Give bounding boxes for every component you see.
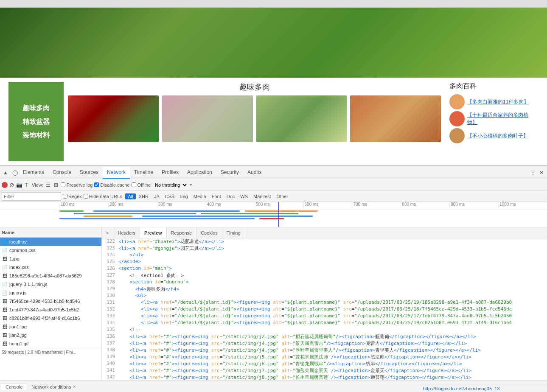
mark-800ms: 800 ms: [401, 202, 449, 209]
filter-doc[interactable]: Doc: [224, 193, 238, 199]
file-item-index-css[interactable]: 📄 index.css: [0, 263, 101, 272]
sidebar-line3: 装饰材料: [22, 129, 50, 142]
file-icon-js: 📄: [2, 281, 8, 287]
file-item-185e[interactable]: 🖼 185e8298-a9e1-4f34-a087-da6629: [0, 272, 101, 280]
file-item-7f5465[interactable]: 🖼 7f5465ce-429d-4533-b1b5-fcd546: [0, 297, 101, 305]
file-item-jquery[interactable]: 📄 jquery.js: [0, 288, 101, 297]
file-item-hong1[interactable]: 🖼 hong1.gif: [0, 339, 101, 348]
close-devtools-icon[interactable]: ✕: [538, 169, 545, 176]
mark-200ms: 200 ms: [108, 202, 157, 209]
filter-manifest[interactable]: Manifest: [251, 193, 274, 199]
code-line: 136 <li><a href="#"><figure><img src="/s…: [102, 333, 547, 340]
browser-top-bar: [0, 0, 547, 8]
tab-audits[interactable]: Audits: [243, 167, 266, 179]
line-content: <li><a href="#gongju">园艺工具</a></li>: [118, 245, 224, 252]
preserve-log-label[interactable]: Preserve log: [61, 182, 93, 188]
preview-tab-headers[interactable]: Headers: [113, 227, 140, 238]
line-content: <h4>趣味多肉</h4>: [118, 286, 179, 293]
right-item-1: 【多肉白而雅的11种多肉】: [449, 94, 534, 109]
filter-js[interactable]: JS: [151, 193, 162, 199]
url-bar: http://blog.csdn.net/zhoucheng05_13: [420, 385, 547, 392]
regex-label[interactable]: Regex: [63, 194, 82, 199]
camera-icon[interactable]: 📷: [16, 182, 22, 188]
device-icon[interactable]: ◯: [11, 169, 19, 176]
filter-icon[interactable]: ⊤: [24, 182, 28, 188]
file-item-jian1[interactable]: 🖼 jian1.jpg: [0, 322, 101, 331]
hide-data-urls-label[interactable]: Hide data URLs: [84, 194, 122, 199]
grid-view-button[interactable]: ⊞: [53, 181, 59, 189]
preview-tab-timing[interactable]: Timing: [222, 227, 245, 238]
line-content: <ul>: [118, 293, 146, 300]
file-item-jian2[interactable]: 🖼 jian2.jpg: [0, 331, 101, 339]
line-number: 138: [104, 347, 118, 354]
preview-tab-cookies[interactable]: Cookies: [196, 227, 222, 238]
preview-tab-response[interactable]: Response: [167, 227, 197, 238]
file-item-1jpg[interactable]: 🖼 1.jpg: [0, 255, 101, 263]
file-list-header: Name: [0, 227, 101, 238]
throttle-select[interactable]: No throttling: [152, 181, 188, 189]
tab-timeline[interactable]: Timeline: [130, 167, 157, 179]
right-item-3: 【不小心碰碎的多肉叶子】: [449, 128, 534, 143]
list-view-button[interactable]: ☰: [45, 181, 51, 189]
line-content: <li><a href="#huafei">花肥养道</a></li>: [118, 238, 224, 245]
bottom-tab-network-close[interactable]: ✕: [73, 384, 76, 389]
right-item-text-3[interactable]: 【不小心碰碎的多肉叶子】: [467, 132, 528, 140]
more-options-icon[interactable]: ⋮: [529, 169, 537, 176]
tab-security[interactable]: Security: [216, 167, 243, 179]
timeline-ruler: 100 ms 200 ms 300 ms 400 ms 500 ms 600 m…: [0, 202, 547, 210]
offline-checkbox[interactable]: [132, 182, 136, 187]
inspect-icon[interactable]: ▲: [2, 169, 9, 176]
tab-sources[interactable]: Sources: [76, 167, 103, 179]
filter-ws[interactable]: WS: [238, 193, 250, 199]
filter-xhr[interactable]: XHR: [136, 193, 151, 199]
file-item-localhost[interactable]: 🌐 localhost: [0, 238, 101, 246]
file-icon-img5: 🖼: [2, 315, 8, 321]
line-number: 127: [104, 272, 118, 279]
plant-image-2: [162, 95, 253, 142]
tab-network[interactable]: Network: [103, 167, 130, 179]
mark-400ms: 400 ms: [206, 202, 255, 209]
clear-button[interactable]: ⊘: [9, 182, 14, 188]
disable-cache-label[interactable]: Disable cache: [94, 182, 129, 188]
line-number: 140: [104, 361, 118, 367]
devtools-more-actions: ⋮ ✕: [529, 169, 545, 176]
filter-font[interactable]: Font: [209, 193, 224, 199]
filter-all[interactable]: All: [125, 193, 135, 199]
filter-input[interactable]: [2, 192, 61, 201]
timeline-cursor: [278, 202, 279, 227]
tab-console[interactable]: Console: [48, 167, 76, 179]
file-item-1ebf[interactable]: 🖼 1ebf4779-347a-4ad0-97b5-1c5b2: [0, 305, 101, 314]
bottom-tab-network-label: Network conditions: [31, 384, 71, 389]
code-line: 122<li><a href="#huafei">花肥养道</a></li>: [102, 238, 547, 245]
tab-profiles[interactable]: Profiles: [157, 167, 183, 179]
disable-cache-checkbox[interactable]: [94, 182, 99, 187]
right-item-text-2[interactable]: 【十种最适合家养的多肉植物】: [467, 112, 534, 126]
filter-other[interactable]: Other: [274, 193, 291, 199]
code-line: 129 <h4>趣味多肉</h4>: [102, 286, 547, 293]
plant-gallery: [68, 95, 441, 142]
preserve-log-checkbox[interactable]: [61, 182, 65, 187]
mark-500ms: 500 ms: [255, 202, 303, 209]
filter-media[interactable]: Media: [191, 193, 209, 199]
bottom-tab-network-conditions[interactable]: Network conditions ✕: [28, 384, 79, 390]
filter-types: All XHR JS CSS Img Media Font Doc WS Man…: [125, 193, 291, 199]
line-content: <section id="main">: [118, 266, 172, 272]
preview-tab-preview[interactable]: Preview: [140, 227, 167, 238]
preview-tab-close[interactable]: ×: [102, 227, 113, 238]
right-item-text-1[interactable]: 【多肉白而雅的11种多肉】: [467, 98, 529, 106]
record-button[interactable]: [2, 182, 8, 188]
regex-checkbox[interactable]: [63, 194, 67, 199]
tab-elements[interactable]: Elements: [19, 167, 48, 179]
line-number: 130: [104, 293, 118, 300]
throttle-dropdown-icon[interactable]: ▾: [190, 182, 192, 188]
tab-application[interactable]: Application: [183, 167, 216, 179]
filter-bar: Regex Hide data URLs All XHR JS CSS Img …: [0, 191, 547, 202]
file-item-common-css[interactable]: 📄 common.css: [0, 246, 101, 255]
filter-img[interactable]: Img: [177, 193, 190, 199]
offline-label[interactable]: Offline: [132, 182, 151, 188]
hide-data-urls-checkbox[interactable]: [84, 194, 88, 199]
file-item-jquery-min[interactable]: 📄 jquery-3.1.1.min.js: [0, 280, 101, 288]
bottom-tab-console[interactable]: Console: [2, 383, 26, 390]
filter-css[interactable]: CSS: [163, 193, 177, 199]
file-item-c8261[interactable]: 🖼 c8261b8f-e693-4f3f-af49-d16c1b6: [0, 314, 101, 322]
